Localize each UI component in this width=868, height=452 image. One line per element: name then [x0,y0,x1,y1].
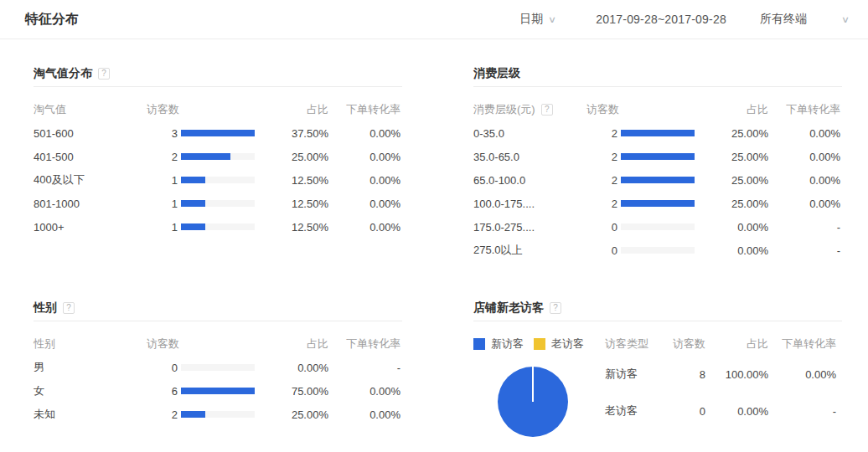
col-header-label: 淘气值 [34,102,147,117]
date-range-picker[interactable]: 2017-09-28~2017-09-28 [596,13,726,26]
table-body: 男00.00%-女675.00%0.00%未知225.00%0.00% [34,356,402,426]
row-label: 65.0-100.0 [473,174,586,187]
table-row: 老访客00.00%- [605,393,842,429]
col-header-label: 消费层级(元)? [473,102,586,117]
visitor-bar [621,130,695,136]
row-label: 老访客 [605,403,672,419]
terminal-dropdown-label: 所有终端 [760,12,807,27]
visitor-bar [181,153,255,160]
legend-item-old-visitors[interactable]: 老访客 [534,336,584,352]
col-header-visitors: 访客数 [586,102,695,117]
visitor-count: 1 [147,221,178,234]
row-label: 100.0-175.... [473,198,586,210]
visitor-count: 2 [147,408,178,421]
visitor-bar [181,364,255,371]
pie-slice-boundary [532,367,534,402]
help-icon[interactable]: ? [98,68,110,80]
col-header-visitors: 访客数 [672,336,705,352]
help-icon[interactable]: ? [63,302,75,314]
conversion-value: 0.00% [328,408,400,421]
date-dropdown-label: 日期 [519,12,543,27]
col-header-share: 占比 [705,336,768,352]
visitor-count: 0 [147,362,178,374]
table-row: 65.0-100.0225.00%0.00% [473,168,842,192]
new-visitors-swatch-icon [473,338,485,350]
col-header-share: 占比 [255,336,328,352]
conversion-value: 0.00% [768,174,840,187]
terminal-dropdown[interactable]: 所有终端 ∨ [760,12,849,27]
visitor-bar [621,247,695,254]
row-label: 400及以下 [34,172,147,187]
table-row: 新访客8100.00%0.00% [605,356,842,393]
table-header: 性别 访客数 占比 下单转化率 [34,332,402,356]
share-value: 37.50% [255,127,328,140]
share-value: 100.00% [705,368,768,381]
col-header-share: 占比 [255,102,328,117]
conversion-value: - [768,405,836,418]
divider [34,86,402,87]
conversion-value: 0.00% [328,221,400,234]
conversion-value: 0.00% [328,127,400,140]
table-row: 275.0以上00.00%- [473,239,842,262]
share-value: 25.00% [695,127,768,140]
old-visitors-swatch-icon [534,338,545,350]
conversion-value: 0.00% [768,368,836,381]
help-icon[interactable]: ? [550,302,561,314]
pie-section: 新访客8100.00%0.00%老访客00.00%- [473,356,842,448]
table-row: 401-500225.00%0.00% [34,145,402,168]
help-icon[interactable]: ? [541,104,553,116]
share-value: 12.50% [255,221,328,234]
conversion-value: 0.00% [768,198,840,210]
share-value: 25.00% [695,198,768,210]
table-row: 175.0-275....00.00%- [473,215,842,239]
panel-gender: 性别 ? 性别 访客数 占比 下单转化率 男00.00%-女675.00%0.0… [25,293,402,426]
table-header: 淘气值 访客数 占比 下单转化率 [34,98,402,121]
table-row: 35.0-65.0225.00%0.00% [473,145,842,168]
col-header-visitors: 访客数 [147,102,255,117]
panel-title: 店铺新老访客 [473,300,544,316]
table-body: 0-35.0225.00%0.00%35.0-65.0225.00%0.00%6… [473,121,842,262]
visitor-bar [621,200,695,207]
panel-new-old-visitors: 店铺新老访客 ? 新访客 老访客 访客类型 访客数 占比 下单转化率 [457,293,842,448]
feature-distribution-page: 特征分布 日期 ∨ 2017-09-28~2017-09-28 所有终端 ∨ 淘… [0,0,868,452]
chevron-down-icon: ∨ [841,14,850,25]
table-row: 未知225.00%0.00% [34,403,402,426]
col-header-conversion: 下单转化率 [328,336,400,352]
row-label: 801-1000 [34,198,147,210]
conversion-value: 0.00% [328,385,400,398]
col-header-share: 占比 [695,102,768,117]
conversion-value: 0.00% [328,174,400,187]
share-value: 12.50% [255,198,328,210]
panel-title: 性别 [34,300,57,316]
row-label: 401-500 [34,151,147,163]
divider [34,321,402,321]
conversion-value: 0.00% [768,151,840,163]
row-label: 0-35.0 [473,127,586,140]
share-value: 25.00% [695,174,768,187]
visitor-count: 6 [147,385,178,398]
header-bar: 特征分布 日期 ∨ 2017-09-28~2017-09-28 所有终端 ∨ [0,0,868,39]
visitor-count: 2 [586,174,617,187]
visitor-bar [621,177,695,183]
visitor-bar [621,223,695,230]
visitor-bar [181,411,255,418]
visitor-count: 1 [147,174,178,187]
panel-taoqi-distribution: 淘气值分布 ? 淘气值 访客数 占比 下单转化率 501-600337.50%0… [25,59,402,239]
share-value: 25.00% [255,151,328,163]
col-header-conversion: 下单转化率 [768,102,840,117]
table-header: 消费层级(元)? 访客数 占比 下单转化率 [473,98,842,121]
visitor-count: 0 [586,244,617,257]
date-dropdown[interactable]: 日期 ∨ [519,12,555,27]
filter-controls: 日期 ∨ 2017-09-28~2017-09-28 所有终端 ∨ [519,12,849,27]
table-row: 801-1000112.50%0.00% [34,192,402,215]
share-value: 0.00% [695,221,768,234]
visitor-count: 3 [147,127,178,140]
table-row: 400及以下112.50%0.00% [34,168,402,192]
visitor-count: 0 [586,221,617,234]
legend-item-new-visitors[interactable]: 新访客 [473,336,524,352]
visitor-count: 8 [672,368,705,381]
row-label: 新访客 [605,367,672,382]
row-label: 未知 [34,407,147,422]
visitors-pie-chart[interactable] [498,367,568,437]
visitor-bar [181,130,255,136]
